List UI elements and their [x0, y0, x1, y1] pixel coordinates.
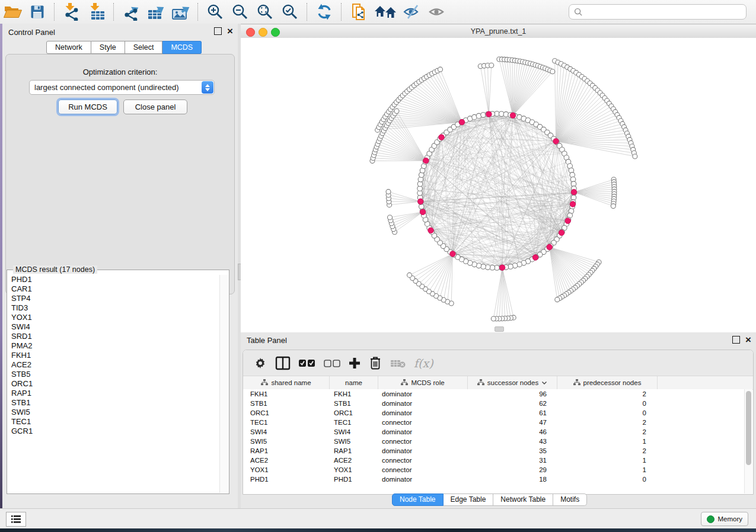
column-header-name[interactable]: name	[330, 376, 378, 389]
close-window-icon[interactable]	[246, 28, 255, 37]
tab-edge-table[interactable]: Edge Table	[444, 493, 494, 506]
table-row[interactable]: RAP1RAP1dominator352	[243, 446, 745, 456]
cell-predecessor-nodes: 1	[555, 466, 655, 473]
cell-predecessor-nodes: 0	[555, 476, 655, 483]
table-row[interactable]: ACE2ACE2connector311	[243, 456, 745, 465]
close-panel-icon[interactable]: ×	[745, 336, 751, 343]
select-value: largest connected component (undirected)	[30, 83, 202, 92]
toolbar-separator	[113, 3, 114, 21]
refresh-layout-icon[interactable]	[314, 2, 335, 21]
column-header-shared-name[interactable]: shared name	[243, 376, 330, 389]
function-builder-icon: f(x)	[414, 354, 433, 372]
table-row[interactable]: STB1STB1dominator620	[243, 399, 745, 408]
table-row[interactable]: SWI4SWI4dominator462	[243, 427, 745, 437]
tab-network[interactable]: Network	[46, 41, 91, 54]
table-row[interactable]: YOX1YOX1connector291	[243, 465, 745, 475]
cell-shared-name: RAP1	[243, 447, 329, 454]
column-label: MCDS role	[411, 379, 444, 386]
import-table-icon[interactable]	[86, 2, 107, 21]
network-window-titlebar[interactable]: YPA_prune.txt_1	[241, 25, 756, 39]
table-row[interactable]: ORC1ORC1dominator610	[243, 408, 745, 418]
mcds-tab-content: Optimization criterion: largest connecte…	[5, 54, 235, 294]
mcds-result-item[interactable]: STB1	[8, 398, 220, 408]
save-session-icon[interactable]	[27, 2, 48, 21]
memory-button[interactable]: Memory	[701, 512, 748, 526]
sort-chevron-icon[interactable]	[541, 379, 547, 386]
column-header-predecessor-nodes[interactable]: predecessor nodes	[557, 376, 658, 389]
column-label: predecessor nodes	[583, 379, 642, 386]
gear-icon[interactable]	[254, 354, 267, 372]
tab-node-table[interactable]: Node Table	[392, 493, 444, 506]
mcds-result-item[interactable]: ACE2	[8, 360, 220, 370]
add-column-icon[interactable]	[349, 354, 361, 372]
mcds-result-item[interactable]: ORC1	[8, 379, 220, 389]
float-panel-icon[interactable]	[214, 27, 222, 35]
mcds-result-list: PHD1CAR1STP4TID3YOX1SWI4SRD1PMA2FKH1ACE2…	[8, 275, 220, 493]
zoom-fit-icon[interactable]	[254, 2, 276, 21]
cell-mcds-role: connector	[377, 457, 466, 464]
table-row[interactable]: TEC1TEC1connector472	[243, 418, 745, 427]
mcds-result-item[interactable]: PMA2	[8, 341, 220, 351]
mcds-result-item[interactable]: TID3	[8, 303, 220, 313]
copy-style-icon[interactable]	[348, 2, 369, 21]
mcds-result-item[interactable]: PHD1	[8, 275, 220, 284]
float-panel-icon[interactable]	[732, 336, 740, 344]
column-header-mcds-role[interactable]: MCDS role	[378, 376, 468, 389]
zoom-selected-icon[interactable]	[279, 2, 301, 21]
mcds-result-item[interactable]: FKH1	[8, 351, 220, 360]
cell-mcds-role: dominator	[377, 409, 466, 416]
mcds-result-item[interactable]: SRD1	[8, 332, 220, 341]
table-row[interactable]: SWI5SWI5connector431	[243, 437, 745, 446]
minimize-window-icon[interactable]	[259, 28, 267, 37]
show-eye-icon[interactable]	[426, 2, 448, 21]
mcds-list-scrollbar[interactable]	[219, 275, 228, 493]
export-table-icon[interactable]	[145, 2, 167, 21]
table-row[interactable]: FKH1FKH1dominator962	[243, 389, 745, 399]
mcds-result-item[interactable]: STP4	[8, 294, 220, 303]
mcds-result-item[interactable]: RAP1	[8, 389, 220, 398]
optimization-criterion-select[interactable]: largest connected component (undirected)	[29, 80, 215, 95]
mcds-result-item[interactable]: SWI4	[8, 322, 220, 332]
tab-select[interactable]: Select	[125, 41, 163, 54]
mcds-result-item[interactable]: SWI5	[8, 408, 220, 417]
search-box[interactable]	[569, 4, 747, 20]
table-scrollbar[interactable]	[744, 389, 752, 493]
task-history-button[interactable]	[6, 512, 26, 527]
shared-column-icon	[573, 379, 580, 387]
mcds-result-item[interactable]: CAR1	[8, 284, 220, 294]
mcds-result-item[interactable]: TEC1	[8, 417, 220, 427]
mcds-result-item[interactable]: GCR1	[8, 427, 220, 436]
tab-style[interactable]: Style	[91, 41, 125, 54]
table-scrollbar-thumb[interactable]	[746, 391, 751, 465]
zoom-in-icon[interactable]	[205, 2, 226, 21]
cytoscape-app-window: Control Panel × NetworkStyleSelectMCDS O…	[0, 0, 756, 532]
mcds-result-item[interactable]: YOX1	[8, 313, 220, 322]
close-panel-icon[interactable]: ×	[227, 28, 233, 34]
hide-eye-icon[interactable]	[401, 2, 423, 21]
open-session-icon[interactable]	[2, 2, 23, 21]
cell-mcds-role: dominator	[377, 400, 466, 407]
deselect-all-icon[interactable]	[324, 354, 340, 372]
home-views-icon[interactable]	[373, 2, 398, 21]
column-header-successor-nodes[interactable]: successor nodes	[468, 376, 557, 389]
select-all-icon[interactable]	[299, 354, 315, 372]
export-image-icon[interactable]	[170, 2, 192, 21]
tab-mcds[interactable]: MCDS	[162, 41, 202, 54]
network-canvas[interactable]	[241, 38, 756, 332]
run-mcds-button[interactable]: Run MCDS	[58, 100, 117, 114]
close-panel-button[interactable]: Close panel	[123, 100, 187, 114]
memory-status-icon	[707, 515, 714, 523]
tab-network-table[interactable]: Network Table	[493, 493, 553, 506]
mcds-result-item[interactable]: STB5	[8, 370, 220, 379]
table-row[interactable]: PHD1PHD1dominator180	[243, 475, 745, 484]
zoom-out-icon[interactable]	[229, 2, 251, 21]
export-network-icon[interactable]	[120, 2, 142, 21]
network-hscroll-thumb[interactable]	[495, 326, 504, 332]
columns-icon[interactable]	[275, 354, 291, 372]
cell-successor-nodes: 96	[466, 390, 555, 398]
tab-motifs[interactable]: Motifs	[553, 493, 587, 506]
zoom-window-icon[interactable]	[271, 28, 280, 37]
import-network-icon[interactable]	[61, 2, 82, 21]
delete-column-icon[interactable]	[369, 354, 382, 372]
search-input[interactable]	[586, 7, 741, 17]
